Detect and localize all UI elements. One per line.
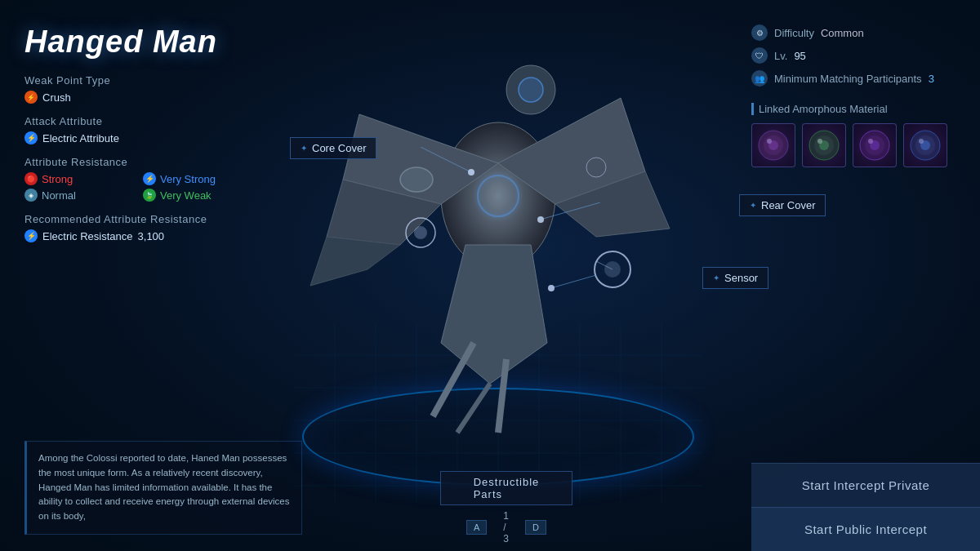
attribute-resistance-section: Attribute Resistance 🔴 Strong ⚡ Very Str… bbox=[24, 156, 253, 202]
material-item-4[interactable] bbox=[903, 123, 947, 167]
resist-very-weak-label: Very Weak bbox=[160, 189, 212, 202]
difficulty-icon: ⚙ bbox=[751, 24, 768, 41]
svg-point-46 bbox=[814, 136, 834, 155]
center-area: Core Cover Rear Cover bbox=[245, 0, 751, 551]
resistance-grid: 🔴 Strong ⚡ Very Strong ◈ Normal 🍃 Very W… bbox=[24, 172, 253, 202]
weak-point-section: Weak Point Type ⚡ Crush bbox=[24, 74, 253, 104]
linked-materials-label: Linked Amorphous Material bbox=[751, 103, 964, 115]
electric-icon-2: ⚡ bbox=[143, 172, 156, 185]
part-labels-container: Core Cover Rear Cover bbox=[245, 0, 751, 551]
svg-point-54 bbox=[915, 136, 935, 155]
svg-point-38 bbox=[537, 216, 544, 223]
resist-strong: 🔴 Strong bbox=[24, 172, 135, 185]
level-value: 95 bbox=[794, 50, 805, 62]
attack-attribute-section: Attack Attribute ⚡ Electric Attribute bbox=[24, 115, 253, 144]
start-intercept-private-button[interactable]: Start Intercept Private bbox=[751, 463, 980, 507]
recommended-row: ⚡ Electric Resistance 3,100 bbox=[24, 229, 253, 242]
attribute-resistance-label: Attribute Resistance bbox=[24, 156, 253, 168]
difficulty-value: Common bbox=[821, 27, 864, 39]
material-item-1[interactable] bbox=[751, 123, 795, 167]
prev-page-btn[interactable]: A bbox=[466, 520, 487, 535]
right-panel: ⚙ Difficulty Common 🛡 Lv. 95 👥 Minimum M… bbox=[751, 24, 964, 167]
left-panel: Hanged Man Weak Point Type ⚡ Crush Attac… bbox=[24, 24, 253, 254]
participants-value: 3 bbox=[929, 73, 934, 85]
participants-label: Minimum Matching Participants bbox=[774, 73, 922, 85]
sensor-text: Sensor bbox=[724, 272, 758, 284]
participants-icon: 👥 bbox=[751, 70, 768, 87]
svg-point-50 bbox=[865, 136, 884, 155]
resist-normal-label: Normal bbox=[42, 189, 76, 202]
svg-point-47 bbox=[819, 140, 829, 150]
attack-attribute-value: Electric Attribute bbox=[42, 132, 119, 144]
material-item-3[interactable] bbox=[853, 123, 897, 167]
svg-point-53 bbox=[911, 131, 940, 160]
rear-cover-label[interactable]: Rear Cover bbox=[739, 194, 826, 216]
svg-line-39 bbox=[554, 275, 596, 287]
recommended-attr: Electric Resistance bbox=[42, 230, 133, 242]
svg-point-48 bbox=[817, 139, 822, 144]
page-indicator: 1 / 3 bbox=[503, 510, 509, 544]
svg-point-45 bbox=[809, 131, 839, 160]
svg-point-40 bbox=[548, 285, 555, 291]
svg-line-35 bbox=[421, 147, 470, 171]
core-cover-label[interactable]: Core Cover bbox=[290, 137, 376, 159]
svg-point-56 bbox=[919, 139, 924, 144]
electric-icon-3: ⚡ bbox=[24, 229, 38, 242]
resist-normal: ◈ Normal bbox=[24, 189, 135, 202]
rear-cover-line bbox=[535, 202, 600, 235]
weak-point-row: ⚡ Crush bbox=[24, 91, 253, 104]
weak-point-label: Weak Point Type bbox=[24, 74, 253, 87]
resist-strong-label: Strong bbox=[42, 173, 73, 185]
main-content: Hanged Man Weak Point Type ⚡ Crush Attac… bbox=[0, 0, 980, 551]
recommended-val: 3,100 bbox=[138, 230, 165, 242]
recommended-section: Recommended Attribute Resistance ⚡ Elect… bbox=[24, 213, 253, 242]
svg-point-55 bbox=[920, 140, 930, 150]
resist-very-weak: 🍃 Very Weak bbox=[143, 189, 253, 202]
svg-point-51 bbox=[870, 140, 880, 150]
level-row: 🛡 Lv. 95 bbox=[751, 47, 964, 64]
materials-grid bbox=[751, 123, 964, 167]
svg-point-52 bbox=[868, 139, 873, 144]
destructible-title: Destructible Parts bbox=[440, 471, 573, 505]
attack-attribute-row: ⚡ Electric Attribute bbox=[24, 131, 253, 144]
svg-point-49 bbox=[860, 131, 889, 160]
attack-attribute-label: Attack Attribute bbox=[24, 115, 253, 127]
page-controls: A 1 / 3 D bbox=[466, 510, 546, 544]
material-item-2[interactable] bbox=[802, 123, 846, 167]
difficulty-label: Difficulty bbox=[774, 27, 814, 39]
bottom-buttons: Start Intercept Private Start Public Int… bbox=[751, 463, 980, 551]
crush-icon: ⚡ bbox=[24, 91, 38, 104]
rear-cover-text: Rear Cover bbox=[761, 199, 815, 211]
sensor-line bbox=[547, 275, 596, 300]
sensor-label[interactable]: Sensor bbox=[702, 267, 768, 289]
electric-icon: ⚡ bbox=[24, 131, 38, 144]
start-public-intercept-button[interactable]: Start Public Intercept bbox=[751, 507, 980, 551]
resist-very-strong: ⚡ Very Strong bbox=[143, 172, 253, 185]
svg-point-36 bbox=[468, 169, 474, 176]
weak-point-value: Crush bbox=[42, 91, 71, 104]
svg-point-42 bbox=[764, 136, 783, 155]
next-page-btn[interactable]: D bbox=[525, 520, 546, 535]
level-label: Lv. bbox=[774, 50, 787, 62]
participants-row: 👥 Minimum Matching Participants 3 bbox=[751, 70, 964, 87]
bottom-bar: Destructible Parts A 1 / 3 D bbox=[490, 490, 523, 551]
svg-point-41 bbox=[759, 131, 788, 160]
recommended-label: Recommended Attribute Resistance bbox=[24, 213, 253, 225]
level-icon: 🛡 bbox=[751, 47, 768, 64]
core-cover-line bbox=[421, 147, 486, 196]
resist-very-strong-label: Very Strong bbox=[160, 173, 216, 185]
core-cover-text: Core Cover bbox=[312, 142, 366, 154]
linked-materials-section: Linked Amorphous Material bbox=[751, 103, 964, 167]
svg-point-43 bbox=[768, 140, 778, 150]
svg-line-37 bbox=[543, 202, 600, 219]
normal-icon: ◈ bbox=[24, 189, 38, 202]
svg-point-44 bbox=[767, 139, 772, 144]
weak-icon: 🍃 bbox=[143, 189, 156, 202]
fire-icon: 🔴 bbox=[24, 172, 38, 185]
boss-title: Hanged Man bbox=[24, 24, 253, 60]
difficulty-row: ⚙ Difficulty Common bbox=[751, 24, 964, 41]
